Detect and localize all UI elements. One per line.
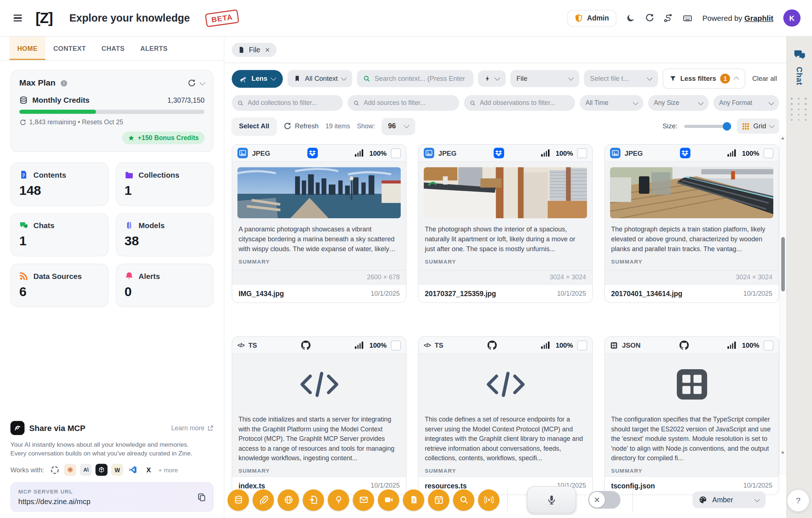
observations-filter-input[interactable] [480, 99, 569, 106]
add-idea-button[interactable] [328, 489, 349, 511]
credits-value: 1,307/3,150 [167, 97, 205, 104]
show-count-select[interactable]: 96 [382, 118, 415, 134]
tab-alerts[interactable]: ALERTS [133, 37, 176, 60]
ingest-data-button[interactable] [228, 489, 249, 511]
tab-home[interactable]: HOME [9, 37, 46, 60]
relevance-bars-icon [728, 341, 736, 349]
search-icon [237, 99, 244, 106]
code-glyph-icon [419, 359, 592, 409]
dark-mode-moon-icon[interactable] [626, 14, 635, 22]
copy-icon[interactable] [197, 492, 206, 501]
clear-all-button[interactable]: Clear all [750, 75, 779, 82]
search-context-input[interactable] [374, 75, 467, 82]
vertical-scrollbar[interactable] [779, 135, 786, 475]
card-checkbox[interactable] [763, 148, 773, 158]
stat-card-chats[interactable]: Chats 1 [11, 213, 108, 257]
graphlit-link[interactable]: Graphlit [744, 14, 773, 22]
header: [Z] Explore your knowledge BETA Admin [0, 0, 812, 37]
keyboard-icon[interactable] [682, 14, 692, 22]
secondary-filter-bar: All Time Any Size Any Format [224, 91, 786, 112]
size-slider-thumb[interactable] [723, 122, 731, 131]
format-dropdown[interactable]: Any Format [713, 95, 779, 111]
collections-filter-box[interactable] [232, 95, 343, 111]
mcp-title: Share via MCP [29, 423, 85, 433]
card-checkbox[interactable] [577, 148, 587, 158]
refresh-button[interactable]: Refresh [283, 122, 319, 130]
hamburger-menu-icon[interactable] [11, 12, 24, 24]
learn-more-link[interactable]: Learn more [171, 424, 214, 432]
select-all-button[interactable]: Select All [232, 117, 277, 135]
card-checkbox[interactable] [391, 340, 401, 350]
attach-file-button[interactable] [252, 489, 274, 511]
add-event-button[interactable] [428, 489, 450, 511]
help-button[interactable]: ? [787, 489, 809, 512]
add-note-button[interactable] [403, 489, 424, 511]
card-checkbox[interactable] [391, 148, 401, 158]
star-icon [128, 135, 135, 141]
file-filter-chip[interactable]: File [232, 43, 277, 57]
deep-search-button[interactable] [453, 489, 474, 511]
stat-card-alerts[interactable]: Alerts 0 [115, 264, 213, 307]
scroll-down-arrow[interactable] [781, 452, 785, 454]
import-file-button[interactable] [303, 489, 324, 511]
plan-card: Max Plan Monthly Credits 1,307/3,15 [11, 70, 214, 152]
route-icon[interactable] [664, 14, 672, 22]
tab-chats[interactable]: CHATS [94, 37, 133, 60]
content-card[interactable]: JPEG 100% [232, 144, 407, 303]
content-card[interactable]: JPEG 100% [604, 144, 779, 303]
user-avatar[interactable]: K [783, 10, 800, 27]
time-dropdown[interactable]: All Time [580, 95, 643, 111]
stat-card-data-sources[interactable]: Data Sources 6 [11, 264, 108, 307]
toggle-knob [589, 492, 605, 508]
scrollbar-thumb[interactable] [781, 237, 785, 292]
add-email-button[interactable] [353, 489, 374, 511]
voice-toggle[interactable] [588, 491, 621, 509]
file-name: IMG_1434.jpg [239, 290, 284, 297]
image-dimensions: 3024 × 3024 [419, 270, 592, 284]
content-card[interactable]: </> TS 100% This code initializes and st… [232, 336, 407, 495]
add-video-button[interactable] [378, 489, 399, 511]
refresh-icon[interactable] [645, 14, 654, 22]
view-mode-button[interactable]: Grid [737, 118, 779, 133]
tab-context[interactable]: CONTEXT [45, 37, 94, 60]
add-web-page-button[interactable] [278, 489, 299, 511]
drag-handle-dots[interactable] [790, 98, 808, 121]
search-context-box[interactable] [357, 70, 473, 87]
close-icon[interactable] [264, 47, 270, 53]
sync-credits-icon[interactable] [187, 79, 196, 87]
size-slider[interactable] [685, 125, 731, 128]
plan-chevron-down-icon[interactable] [199, 79, 205, 85]
scroll-up-arrow[interactable] [781, 137, 785, 139]
lens-chevron-down-icon [271, 75, 277, 81]
less-filters-button[interactable]: Less filters 1 [663, 68, 746, 89]
content-card[interactable]: JPEG 100% [418, 144, 593, 303]
card-checkbox[interactable] [577, 340, 587, 350]
observations-filter-box[interactable] [464, 95, 575, 111]
card-checkbox[interactable] [763, 340, 773, 350]
content-card[interactable]: </> TS 100% This code defines a set of r… [418, 336, 593, 495]
admin-button[interactable]: Admin [567, 10, 616, 26]
telescope-icon [239, 75, 247, 83]
shield-icon [575, 14, 583, 22]
info-icon[interactable] [60, 79, 68, 87]
podcast-button[interactable] [478, 489, 500, 511]
chat-side-panel[interactable]: Chat [786, 37, 812, 518]
file-name: 20170401_134614.jpg [611, 290, 682, 297]
time-chevron-down-icon [633, 99, 638, 105]
size-dropdown[interactable]: Any Size [648, 95, 709, 111]
all-context-dropdown[interactable]: All Context [288, 70, 352, 87]
file-type-dropdown[interactable]: Select file t... [584, 70, 658, 87]
microphone-button[interactable] [527, 486, 576, 513]
sources-filter-box[interactable] [348, 95, 459, 111]
stat-card-collections[interactable]: Collections 1 [115, 162, 213, 206]
content-card[interactable]: JSON 100% The configuration specifies th… [604, 336, 779, 495]
stat-card-contents[interactable]: Contents 148 [11, 162, 108, 206]
lens-button[interactable]: Lens [232, 70, 283, 88]
theme-select[interactable]: Amber [693, 491, 766, 508]
type-chevron-down-icon [568, 75, 573, 81]
stat-card-models[interactable]: Models 38 [115, 213, 213, 257]
collections-filter-input[interactable] [248, 99, 337, 106]
sources-filter-input[interactable] [364, 99, 453, 106]
type-dropdown[interactable]: File [510, 70, 579, 87]
quick-actions-button[interactable] [478, 71, 506, 87]
